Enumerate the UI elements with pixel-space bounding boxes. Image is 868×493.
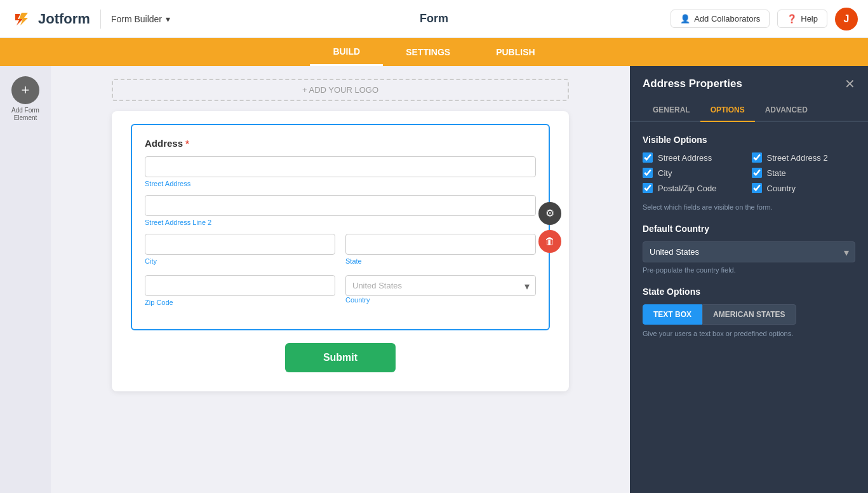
tab-general[interactable]: GENERAL	[643, 99, 700, 122]
add-form-label: Add FormElement	[11, 107, 39, 122]
add-collaborators-button[interactable]: 👤 Add Collaborators	[671, 10, 770, 28]
user-icon: 👤	[680, 14, 690, 24]
city-col: City	[145, 234, 335, 273]
state-input[interactable]	[345, 234, 536, 255]
country-select-wrapper: United States	[345, 275, 536, 296]
checkbox-street-address[interactable]: Street Address	[643, 152, 747, 163]
state-american-states-button[interactable]: AMERICAN STATES	[702, 304, 796, 325]
country-select[interactable]: United States	[345, 275, 536, 296]
checkbox-state[interactable]: State	[752, 168, 856, 178]
form-title: Form	[420, 12, 448, 25]
address-field-container: ⚙ 🗑 Address * Street Address Street Addr…	[131, 124, 550, 330]
chevron-down-icon: ▾	[166, 14, 170, 24]
state-options-title: State Options	[643, 287, 855, 297]
add-collaborators-label: Add Collaborators	[694, 14, 760, 24]
city-state-row: City State	[145, 234, 536, 273]
help-button[interactable]: ❓ Help	[777, 10, 827, 28]
default-country-helper: Pre-populate the country field.	[643, 266, 855, 274]
street-address2-input[interactable]	[145, 195, 536, 216]
sidebar-left: + Add FormElement	[0, 66, 51, 493]
header: Jotform Form Builder ▾ Form 👤 Add Collab…	[0, 0, 868, 38]
country-col: United States Country	[345, 275, 536, 314]
street-address2-sublabel: Street Address Line 2	[145, 219, 536, 226]
zip-sublabel: Zip Code	[145, 299, 335, 306]
state-col: State	[345, 234, 536, 273]
tab-advanced[interactable]: ADVANCED	[755, 99, 818, 122]
tab-publish[interactable]: PUBLISH	[473, 38, 558, 66]
city-sublabel: City	[145, 257, 335, 265]
visible-options-grid: Street Address Street Address 2 City Sta…	[643, 152, 855, 193]
avatar[interactable]: J	[835, 8, 858, 30]
default-country-select[interactable]: United States	[643, 241, 855, 262]
tab-build[interactable]: BUILD	[310, 38, 383, 66]
state-textbox-button[interactable]: TEXT BOX	[643, 304, 702, 325]
visible-options-title: Visible Options	[643, 135, 855, 145]
zip-input[interactable]	[145, 275, 335, 296]
checkbox-postal-zip-input[interactable]	[643, 183, 653, 193]
state-options-buttons: TEXT BOX AMERICAN STATES	[643, 304, 855, 325]
checkbox-postal-zip[interactable]: Postal/Zip Code	[643, 183, 747, 193]
street-address-input[interactable]	[145, 156, 536, 177]
panel-content: Visible Options Street Address Street Ad…	[630, 122, 868, 493]
form-builder-label: Form Builder	[111, 14, 162, 24]
city-input[interactable]	[145, 234, 335, 255]
logo-area: Jotform	[10, 8, 90, 30]
checkbox-city[interactable]: City	[643, 168, 747, 178]
street-address-sublabel: Street Address	[145, 180, 536, 187]
tab-settings[interactable]: SETTINGS	[383, 38, 473, 66]
default-country-select-wrapper: United States	[643, 241, 855, 262]
form-builder-button[interactable]: Form Builder ▾	[111, 14, 170, 24]
checkbox-street-address2[interactable]: Street Address 2	[752, 152, 856, 163]
tab-options[interactable]: OPTIONS	[700, 99, 755, 122]
panel-tabs: GENERAL OPTIONS ADVANCED	[630, 99, 868, 122]
address-field-label: Address *	[145, 138, 536, 149]
state-sublabel: State	[345, 257, 536, 265]
main-area: + Add FormElement + ADD YOUR LOGO ⚙ 🗑 Ad…	[0, 66, 868, 493]
required-star: *	[185, 138, 189, 149]
checkbox-city-input[interactable]	[643, 168, 653, 178]
help-icon: ❓	[787, 14, 797, 24]
tab-bar: BUILD SETTINGS PUBLISH	[0, 38, 868, 66]
add-form-plus-icon[interactable]: +	[11, 76, 39, 104]
zip-country-row: Zip Code United States Country	[145, 275, 536, 314]
default-country-section: Default Country United States Pre-popula…	[643, 224, 855, 274]
checkbox-state-input[interactable]	[752, 168, 762, 178]
country-sublabel: Country	[345, 296, 536, 304]
checkbox-street-address2-input[interactable]	[752, 152, 762, 163]
checkbox-country-input[interactable]	[752, 183, 762, 193]
action-icons: ⚙ 🗑	[538, 202, 561, 253]
visible-options-helper: Select which fields are visible on the f…	[643, 203, 855, 211]
submit-button[interactable]: Submit	[285, 343, 396, 372]
state-options-helper: Give your users a text box or predefined…	[643, 330, 855, 337]
checkbox-street-address-input[interactable]	[643, 152, 653, 163]
panel-title: Address Properties	[643, 78, 742, 90]
header-right: 👤 Add Collaborators ❓ Help J	[671, 8, 858, 30]
checkbox-country[interactable]: Country	[752, 183, 856, 193]
close-panel-button[interactable]: ✕	[845, 76, 855, 91]
logo-text: Jotform	[38, 11, 90, 27]
submit-btn-container: Submit	[131, 343, 550, 372]
add-logo-bar[interactable]: + ADD YOUR LOGO	[112, 79, 569, 101]
default-country-title: Default Country	[643, 224, 855, 234]
right-panel: Address Properties ✕ GENERAL OPTIONS ADV…	[630, 66, 868, 493]
form-canvas: + ADD YOUR LOGO ⚙ 🗑 Address * Street Add…	[51, 66, 630, 493]
zip-col: Zip Code	[145, 275, 335, 314]
panel-header: Address Properties ✕	[630, 66, 868, 91]
gear-icon-button[interactable]: ⚙	[538, 202, 561, 225]
header-divider	[100, 10, 101, 29]
form-card: ⚙ 🗑 Address * Street Address Street Addr…	[112, 111, 569, 391]
delete-icon-button[interactable]: 🗑	[538, 230, 561, 253]
help-label: Help	[801, 14, 818, 24]
state-options-section: State Options TEXT BOX AMERICAN STATES G…	[643, 287, 855, 337]
add-form-element-button[interactable]: + Add FormElement	[11, 76, 39, 122]
jotform-logo-icon	[10, 8, 33, 30]
